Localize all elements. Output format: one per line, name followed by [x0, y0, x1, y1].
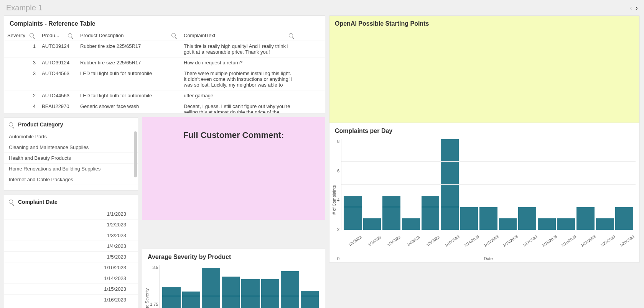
list-item[interactable]: Automobile Parts: [4, 131, 138, 142]
per-day-bars: [341, 139, 636, 230]
table-row[interactable]: 4BEAU22970Generic shower face washDecent…: [4, 101, 325, 114]
cell-blank: [298, 41, 325, 57]
avg-severity-title: Average Severity by Product: [142, 249, 325, 264]
search-icon[interactable]: [289, 33, 295, 38]
table-header-row: Severity Produ... Product Description Co…: [4, 30, 325, 41]
full-customer-comment-panel: Full Customer Comment:: [142, 117, 325, 220]
avg-severity-y-axis: 3.51.750: [150, 265, 160, 308]
cell-product-desc: Generic shower face wash: [77, 101, 181, 114]
avg-severity-chart: Average Severity 3.51.750 Autom…Cleanin……: [142, 264, 325, 308]
chart-bar[interactable]: [422, 196, 440, 230]
cell-product-id: AUTO39124: [39, 41, 77, 57]
chart-bar[interactable]: [344, 196, 362, 230]
list-item[interactable]: Home Renovations and Building Supplies: [4, 164, 138, 174]
chart-bar[interactable]: [402, 218, 420, 230]
complaint-date-list[interactable]: 1/1/20231/2/20231/3/20231/4/20231/5/2023…: [4, 209, 138, 308]
table-row[interactable]: 1AUTO39124Rubber tire size 225/65R17This…: [4, 41, 325, 57]
chart-bar[interactable]: [382, 196, 400, 230]
search-icon[interactable]: [9, 121, 15, 128]
cell-severity: 3: [4, 68, 39, 90]
list-item[interactable]: 1/14/2023: [4, 273, 138, 284]
cell-severity: 3: [4, 57, 39, 68]
cell-complaint-text: utter garbage: [181, 90, 298, 101]
list-item[interactable]: 1/3/2023: [4, 230, 138, 241]
chart-bar[interactable]: [499, 218, 517, 230]
chart-bar[interactable]: [363, 218, 381, 230]
complaints-reference-table-panel: Complaints - Reference Table Severity Pr…: [4, 15, 325, 113]
chart-bar[interactable]: [576, 207, 595, 230]
list-item[interactable]: 1/10/2023: [4, 262, 138, 273]
table-row[interactable]: 3AUTO44563LED tail light bulb for automo…: [4, 68, 325, 90]
search-icon[interactable]: [30, 33, 36, 38]
search-icon[interactable]: [171, 33, 178, 38]
per-day-y-label: # of Complaints: [331, 139, 337, 261]
cell-complaint-text: How do i request a return?: [181, 57, 298, 68]
chart-bar[interactable]: [518, 207, 536, 230]
full-comment-title: Full Customer Comment:: [142, 117, 325, 140]
next-arrow-icon[interactable]: ›: [635, 3, 638, 12]
cell-product-desc: LED tail light bulb for automobile: [77, 68, 181, 90]
cell-blank: [298, 90, 325, 101]
cell-product-id: AUTO44563: [39, 90, 77, 101]
chart-bar[interactable]: [538, 218, 556, 230]
chart-bar[interactable]: [441, 139, 459, 230]
complaint-date-header: Complaint Date: [4, 195, 138, 209]
chart-bar[interactable]: [557, 218, 575, 230]
list-item[interactable]: 1/2/2023: [4, 220, 138, 230]
list-item[interactable]: 1/1/2023: [4, 209, 138, 220]
chart-bar[interactable]: [182, 292, 200, 308]
per-day-chart: # of Complaints 86420 1/1/20231/2/20231/…: [329, 138, 639, 262]
list-item[interactable]: 1/4/2023: [4, 241, 138, 252]
prev-arrow-icon[interactable]: ‹: [630, 3, 632, 12]
col-complaint-text[interactable]: ComplaintText: [181, 30, 298, 41]
reference-table-title: Complaints - Reference Table: [4, 16, 325, 30]
list-item[interactable]: Health and Beauty Products: [4, 153, 138, 164]
chart-bar[interactable]: [261, 279, 279, 308]
col-product-id[interactable]: Produ...: [39, 30, 77, 41]
list-item[interactable]: Internet and Cable Packages: [4, 174, 138, 185]
search-icon[interactable]: [68, 33, 74, 38]
cell-product-desc: Rubber tire size 225/65R17: [77, 41, 181, 57]
chart-bar[interactable]: [222, 277, 240, 308]
cell-product-desc: Rubber tire size 225/65R17: [77, 57, 181, 68]
list-item[interactable]: 1/5/2023: [4, 252, 138, 262]
list-item[interactable]: 1/15/2023: [4, 284, 138, 295]
avg-severity-y-label: Average Severity: [144, 265, 150, 308]
chart-bar[interactable]: [162, 287, 180, 308]
list-item[interactable]: 1/16/2023: [4, 295, 138, 305]
nav-arrows: ‹ ›: [630, 3, 638, 12]
product-category-title: Product Category: [18, 121, 63, 128]
per-day-title: Complaints per Day: [329, 123, 639, 138]
cell-blank: [298, 57, 325, 68]
chart-bar[interactable]: [460, 207, 478, 230]
chart-bar[interactable]: [301, 291, 319, 308]
product-category-list[interactable]: Automobile PartsCleaning and Maintenance…: [4, 131, 138, 190]
cell-severity: 1: [4, 41, 39, 57]
cell-product-id: BEAU22970: [39, 101, 77, 114]
search-icon[interactable]: [9, 199, 15, 205]
cell-complaint-text: Decent, I guess. I still can't figure ou…: [181, 101, 298, 114]
cell-product-id: AUTO44563: [39, 68, 77, 90]
table-row[interactable]: 3AUTO39124Rubber tire size 225/65R17How …: [4, 57, 325, 68]
chart-bar[interactable]: [596, 218, 614, 230]
chart-bar[interactable]: [615, 207, 633, 230]
chart-bar[interactable]: [479, 207, 497, 230]
col-severity[interactable]: Severity: [4, 30, 39, 41]
cell-severity: 4: [4, 101, 39, 114]
list-item[interactable]: Cleaning and Maintenance Supplies: [4, 142, 138, 153]
table-row[interactable]: 2AUTO44563LED tail light bulb for automo…: [4, 90, 325, 101]
cell-blank: [298, 68, 325, 90]
top-bar: Example 1 ‹ ›: [0, 0, 644, 15]
col-blank: [298, 30, 325, 41]
product-category-header: Product Category: [4, 118, 138, 131]
cell-severity: 2: [4, 90, 39, 101]
complaint-date-filter-panel: Complaint Date 1/1/20231/2/20231/3/20231…: [4, 195, 138, 308]
col-product-desc[interactable]: Product Description: [77, 30, 181, 41]
chart-bar[interactable]: [281, 271, 299, 308]
cell-product-id: AUTO39124: [39, 57, 77, 68]
chart-bar[interactable]: [202, 268, 220, 308]
cell-product-desc: LED tail light bulb for automobile: [77, 90, 181, 101]
cell-blank: [298, 101, 325, 114]
chart-bar[interactable]: [241, 279, 259, 308]
scrollbar-thumb[interactable]: [134, 131, 137, 177]
